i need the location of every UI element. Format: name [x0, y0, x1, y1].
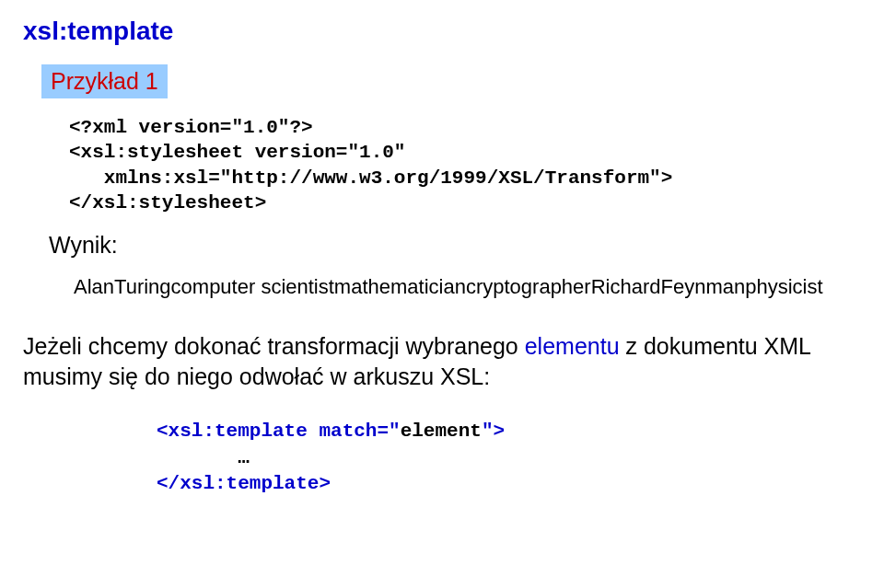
- xml-code-block: <?xml version="1.0"?> <xsl:stylesheet ve…: [69, 115, 861, 215]
- snippet-open-tag-end: ">: [482, 421, 505, 442]
- result-label: Wynik:: [49, 232, 861, 259]
- snippet-close-tag: </xsl:template>: [157, 473, 331, 494]
- code-line-2: <xsl:stylesheet version="1.0": [69, 142, 405, 163]
- xsl-template-snippet: <xsl:template match="element"> … </xsl:t…: [157, 419, 861, 497]
- page-title: xsl:template: [23, 17, 861, 46]
- explanation-paragraph: Jeżeli chcemy dokonać transformacji wybr…: [23, 331, 861, 391]
- snippet-match-value: element: [401, 421, 482, 442]
- code-line-3: xmlns:xsl="http://www.w3.org/1999/XSL/Tr…: [69, 167, 672, 189]
- code-line-1: <?xml version="1.0"?>: [69, 117, 313, 138]
- snippet-open-tag: <xsl:template match=": [157, 421, 401, 442]
- paragraph-part1: Jeżeli chcemy dokonać transformacji wybr…: [23, 333, 525, 359]
- example-label: Przykład 1: [41, 64, 168, 98]
- paragraph-element: elementu: [525, 333, 620, 359]
- snippet-ellipsis: …: [157, 447, 250, 468]
- code-line-4: </xsl:stylesheet>: [69, 192, 266, 213]
- result-text: AlanTuringcomputer scientistmathematicia…: [74, 275, 861, 299]
